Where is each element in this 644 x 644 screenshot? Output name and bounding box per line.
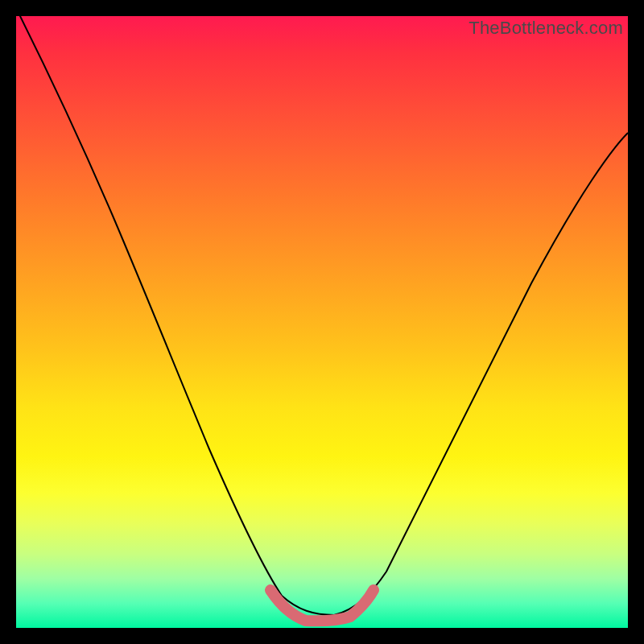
pink-u-marker [270, 590, 374, 621]
chart-svg [16, 16, 628, 628]
watermark-text: TheBottleneck.com [469, 18, 623, 39]
bottleneck-curve [16, 16, 628, 615]
chart-frame: TheBottleneck.com [16, 16, 628, 628]
